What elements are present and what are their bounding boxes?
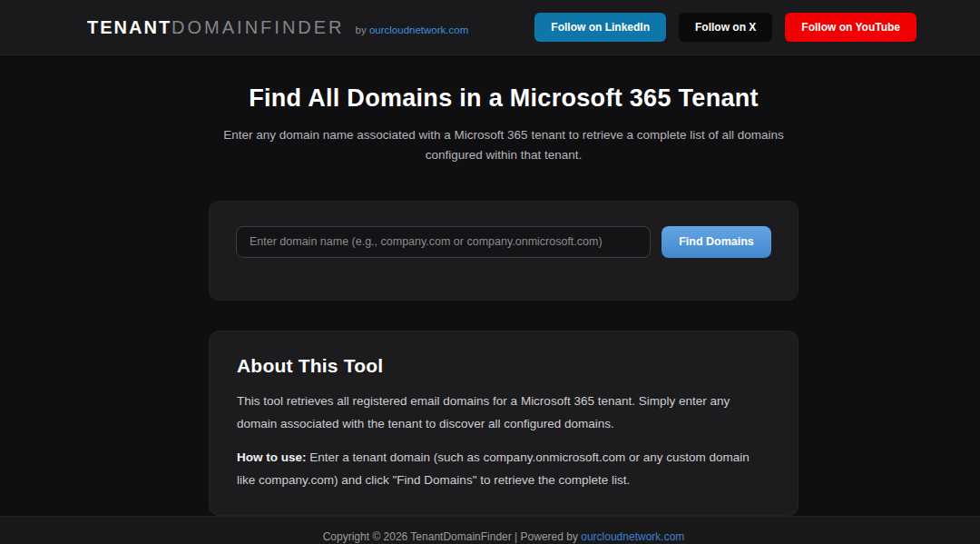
how-to-use-text: Enter a tenant domain (such as company.o… — [237, 450, 750, 488]
about-paragraph-2: How to use: Enter a tenant domain (such … — [237, 446, 770, 492]
about-card: About This Tool This tool retrieves all … — [209, 331, 799, 517]
footer-link[interactable]: ourcloudnetwork.com — [581, 530, 684, 543]
about-heading: About This Tool — [237, 355, 770, 377]
copyright-text: Copyright © 2026 TenantDomainFinder | Po… — [323, 530, 582, 543]
logo-bold-text: TENANT — [87, 17, 172, 38]
follow-x-button[interactable]: Follow on X — [679, 13, 772, 42]
footer-text: Copyright © 2026 TenantDomainFinder | Po… — [209, 530, 799, 543]
footer: Copyright © 2026 TenantDomainFinder | Po… — [0, 516, 980, 544]
search-row: Find Domains — [236, 226, 771, 258]
logo-light-text: DOMAINFINDER — [172, 17, 344, 38]
page-title: Find All Domains in a Microsoft 365 Tena… — [209, 84, 799, 113]
byline-link[interactable]: ourcloudnetwork.com — [369, 25, 468, 35]
find-domains-button[interactable]: Find Domains — [662, 226, 771, 258]
search-card: Find Domains — [209, 201, 799, 301]
follow-linkedin-button[interactable]: Follow on LinkedIn — [534, 13, 666, 42]
follow-youtube-button[interactable]: Follow on YouTube — [785, 13, 916, 42]
about-paragraph-1: This tool retrieves all registered email… — [237, 390, 770, 436]
logo: TENANTDOMAINFINDER by ourcloudnetwork.co… — [87, 17, 468, 38]
how-to-use-label: How to use: — [237, 450, 307, 464]
social-buttons: Follow on LinkedIn Follow on X Follow on… — [534, 13, 916, 42]
hero-section: Find All Domains in a Microsoft 365 Tena… — [209, 84, 799, 166]
byline-prefix: by — [356, 25, 367, 35]
page-subtitle: Enter any domain name associated with a … — [213, 125, 794, 166]
main-content: Find All Domains in a Microsoft 365 Tena… — [0, 55, 980, 516]
byline: by ourcloudnetwork.com — [356, 25, 469, 35]
header: TENANTDOMAINFINDER by ourcloudnetwork.co… — [0, 0, 980, 55]
domain-input[interactable] — [236, 226, 651, 258]
